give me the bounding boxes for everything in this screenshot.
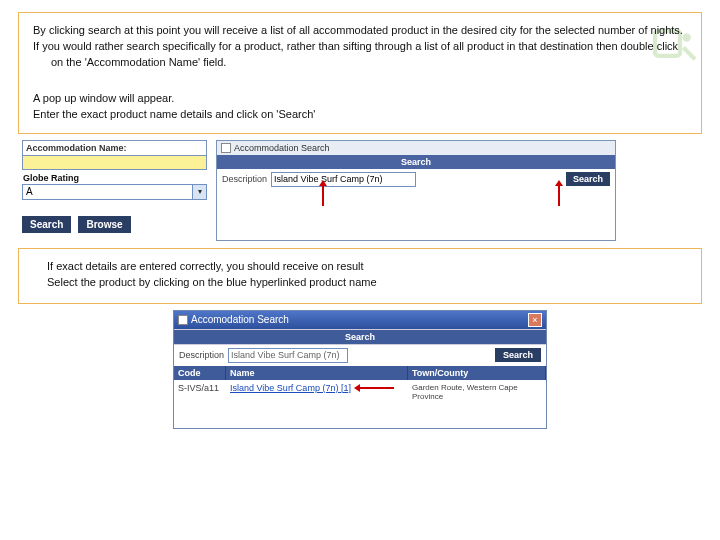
instruction-line-4: Enter the exact product name details and… <box>33 107 687 123</box>
win-description-input[interactable] <box>228 348 348 363</box>
acc-name-field[interactable] <box>22 156 207 170</box>
screenshot-area-1: Accommodation Name: Globe Rating A ▾ Sea… <box>18 140 702 240</box>
screenshot-area-2: Accomodation Search × Search Description… <box>173 310 547 429</box>
indicator-arrows <box>318 180 588 206</box>
instruction-box-2: If exact details are entered correctly, … <box>18 248 702 304</box>
window-title: Accomodation Search <box>191 314 289 325</box>
cell-town: Garden Route, Western Cape Province <box>408 380 546 404</box>
window-search-header: Search <box>174 329 546 345</box>
cell-code: S-IVS/a11 <box>174 380 226 404</box>
popup-search-header: Search <box>217 155 615 169</box>
col-code: Code <box>174 366 226 380</box>
instruction2-line-1: If exact details are entered correctly, … <box>47 259 681 275</box>
product-link[interactable]: Island Vibe Surf Camp (7n) [1] <box>230 383 351 393</box>
close-icon[interactable]: × <box>528 313 542 327</box>
window-icon <box>221 143 231 153</box>
instruction-line-2: If you would rather search specifically … <box>33 39 687 71</box>
arrow-up-icon <box>318 180 328 206</box>
acc-name-label: Accommodation Name: <box>22 140 207 156</box>
description-label: Description <box>222 174 267 184</box>
col-town: Town/County <box>408 366 546 380</box>
win-description-label: Description <box>179 350 224 360</box>
table-header: Code Name Town/County <box>174 366 546 380</box>
globe-rating-value: A <box>26 186 33 197</box>
table-row: S-IVS/a11 Island Vibe Surf Camp (7n) [1]… <box>174 380 546 404</box>
window-title-bar: Accomodation Search × <box>174 311 546 329</box>
col-name: Name <box>226 366 408 380</box>
instruction-line-1: By clicking search at this point you wil… <box>33 23 687 39</box>
window-icon <box>178 315 188 325</box>
globe-rating-label: Globe Rating <box>22 170 207 184</box>
instruction-line-3: A pop up window will appear. <box>33 91 687 107</box>
search-button[interactable]: Search <box>22 216 71 233</box>
arrow-left-icon <box>354 383 394 393</box>
browse-button[interactable]: Browse <box>78 216 130 233</box>
popup-title: Accommodation Search <box>217 141 615 155</box>
chevron-down-icon: ▾ <box>192 185 206 199</box>
instruction2-line-2: Select the product by clicking on the bl… <box>47 275 681 291</box>
left-panel: Accommodation Name: Globe Rating A ▾ Sea… <box>22 140 207 233</box>
arrow-up-icon <box>554 180 564 206</box>
instruction-box-1: By clicking search at this point you wil… <box>18 12 702 134</box>
globe-rating-select[interactable]: A ▾ <box>22 184 207 200</box>
win-search-button[interactable]: Search <box>495 348 541 362</box>
result-window: Accomodation Search × Search Description… <box>173 310 547 429</box>
